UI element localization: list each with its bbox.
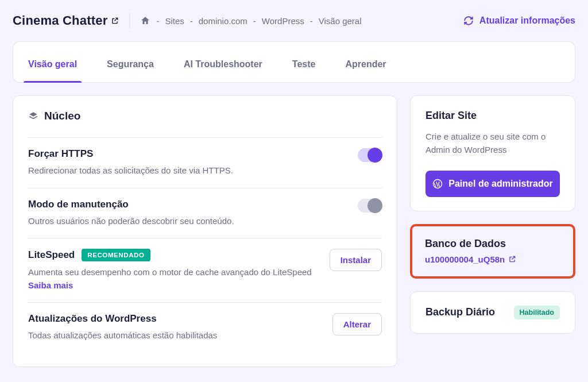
wordpress-icon xyxy=(432,179,443,189)
edit-site-desc: Crie e atualize o seu site com o Admin d… xyxy=(425,130,560,157)
edit-site-heading: Editar Site xyxy=(425,110,560,122)
setting-litespeed: LiteSpeed RECOMENDADO Aumenta seu desemp… xyxy=(28,238,382,302)
divider xyxy=(129,13,130,29)
site-title[interactable]: Cinema Chatter xyxy=(13,13,119,28)
setting-maintenance: Modo de manutenção Outros usuários não p… xyxy=(28,188,382,238)
site-title-text: Cinema Chatter xyxy=(13,13,107,28)
litespeed-title: LiteSpeed xyxy=(28,249,75,261)
backup-status-badge: Habilitado xyxy=(514,306,560,319)
refresh-label: Atualizar informações xyxy=(479,16,575,26)
wp-updates-change-button[interactable]: Alterar xyxy=(332,313,382,335)
force-https-title: Forçar HTTPS xyxy=(28,148,93,160)
core-card: Núcleo Forçar HTTPS Redirecionar todas a… xyxy=(13,95,397,367)
tabs: Visão geral Segurança AI Troubleshooter … xyxy=(13,41,575,83)
crumb-overview: Visão geral xyxy=(319,16,362,26)
tab-test[interactable]: Teste xyxy=(277,52,331,82)
tab-learn[interactable]: Aprender xyxy=(330,52,401,82)
setting-wp-updates: Atualizações do WordPress Todas atualiza… xyxy=(28,302,382,353)
litespeed-install-button[interactable]: Instalar xyxy=(330,249,382,271)
crumb-sites: Sites xyxy=(165,16,184,26)
maintenance-title: Modo de manutenção xyxy=(28,199,129,210)
home-icon xyxy=(140,16,150,26)
litespeed-learn-more-link[interactable]: Saiba mais xyxy=(28,280,73,290)
tab-overview[interactable]: Visão geral xyxy=(13,52,92,82)
force-https-toggle[interactable] xyxy=(358,148,382,162)
core-heading: Núcleo xyxy=(44,110,80,122)
backup-card: Backup Diário Habilitado xyxy=(410,291,575,334)
database-heading: Banco de Dados xyxy=(425,238,560,250)
maintenance-desc: Outros usuários não poderão descobrir se… xyxy=(28,215,347,228)
force-https-desc: Redirecionar todas as solicitações do si… xyxy=(28,164,347,178)
database-name: u100000004_uQ58n xyxy=(425,254,505,264)
external-link-icon xyxy=(508,255,516,263)
litespeed-desc: Aumenta seu desempenho com o motor de ca… xyxy=(28,267,312,277)
setting-force-https: Forçar HTTPS Redirecionar todas as solic… xyxy=(28,137,382,188)
database-link[interactable]: u100000004_uQ58n xyxy=(425,254,516,264)
layers-icon xyxy=(28,111,38,121)
breadcrumb[interactable]: - Sites - dominio.com - WordPress - Visã… xyxy=(140,16,361,26)
edit-site-card: Editar Site Crie e atualize o seu site c… xyxy=(410,95,575,211)
litespeed-badge: RECOMENDADO xyxy=(82,249,150,261)
backup-heading: Backup Diário xyxy=(425,306,495,318)
wp-updates-desc: Todas atualizações automáticas estão hab… xyxy=(28,329,322,342)
tab-ai-troubleshooter[interactable]: AI Troubleshooter xyxy=(169,52,277,82)
database-card: Banco de Dados u100000004_uQ58n xyxy=(410,224,575,279)
external-link-icon xyxy=(111,17,119,25)
crumb-wordpress: WordPress xyxy=(262,16,304,26)
refresh-button[interactable]: Atualizar informações xyxy=(463,16,575,26)
refresh-icon xyxy=(463,16,474,26)
admin-panel-button[interactable]: Painel de administrador xyxy=(425,171,560,197)
wp-updates-title: Atualizações do WordPress xyxy=(28,313,157,325)
admin-panel-label: Painel de administrador xyxy=(448,179,552,189)
maintenance-toggle[interactable] xyxy=(358,199,382,213)
crumb-domain: dominio.com xyxy=(199,16,247,26)
tab-security[interactable]: Segurança xyxy=(92,52,169,82)
